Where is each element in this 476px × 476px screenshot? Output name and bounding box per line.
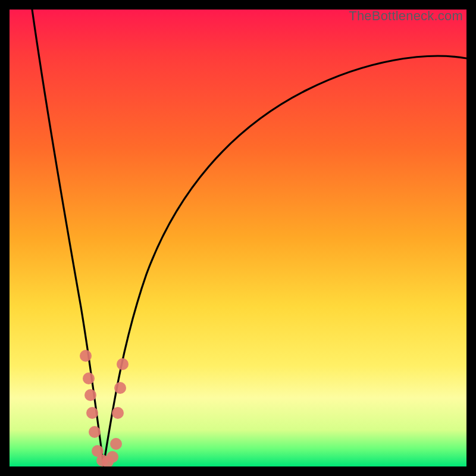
svg-point-12 [117,358,129,370]
curve-right-branch [104,56,466,465]
svg-point-0 [80,350,92,362]
svg-point-11 [114,382,126,394]
svg-point-9 [110,438,122,450]
outer-frame: TheBottleneck.com [0,0,476,476]
svg-point-1 [83,372,95,384]
svg-point-8 [107,451,118,463]
svg-point-2 [84,389,96,401]
svg-point-3 [86,407,98,419]
dot-cluster [80,350,129,466]
watermark-text: TheBottleneck.com [349,8,463,24]
chart-svg [10,10,466,466]
svg-point-4 [89,426,101,438]
plot-area [10,10,466,466]
svg-point-10 [112,407,124,419]
